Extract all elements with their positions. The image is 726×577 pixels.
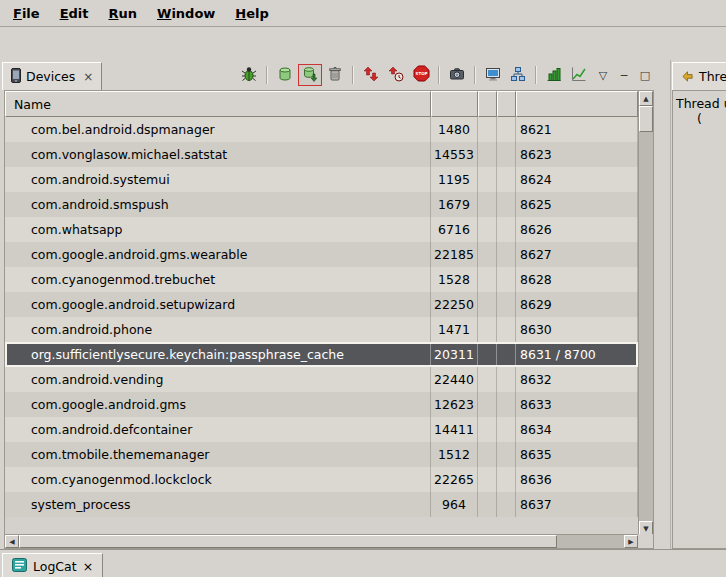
hierarchy-view-button[interactable] [506,64,530,86]
menu-item[interactable]: Help [225,0,278,26]
vertical-scrollbar-thumb[interactable] [639,106,653,132]
panel-sash[interactable] [666,60,671,549]
menu-item[interactable]: Run [99,0,148,26]
device-table-rows: com.bel.android.dspmanager 1480 8621 com… [5,117,638,517]
scrollbar-corner [638,534,653,548]
toolbar-separator [438,66,440,84]
table-row[interactable]: com.cyanogenmod.trebuchet 1528 8628 [5,267,638,292]
menu-item-label: Edit [60,6,89,21]
process-name-cell: com.google.android.gms.wearable [5,242,431,267]
minimize-icon[interactable]: ─ [615,66,633,84]
menu-item-label: Window [157,6,215,21]
monitor-icon [485,66,501,85]
scroll-up-icon[interactable]: ▲ [639,91,653,106]
toolbar-separator [535,66,537,84]
tab-devices[interactable]: Devices × [2,62,102,90]
toolbar-separator [474,66,476,84]
tab-threads[interactable]: Threa [672,62,726,90]
table-row[interactable]: com.google.android.gms 12623 8633 [5,392,638,417]
method-profiling-button[interactable] [384,64,408,86]
blank-cell-1 [478,167,497,192]
scroll-right-icon[interactable]: ▶ [624,535,638,548]
blank-cell-2 [497,292,516,317]
table-row[interactable]: com.android.systemui 1195 8624 [5,167,638,192]
table-row[interactable]: com.cyanogenmod.lockclock 22265 8636 [5,467,638,492]
process-pid-cell: 1512 [431,442,478,467]
line-chart-icon [571,66,587,85]
process-port-cell: 8632 [516,367,638,392]
devices-tab-close-icon[interactable]: × [83,70,93,84]
blank-cell-1 [478,367,497,392]
table-row[interactable]: com.google.android.gms.wearable 22185 86… [5,242,638,267]
debug-process-button[interactable] [237,64,261,86]
update-threads-button[interactable] [359,64,383,86]
process-pid-cell: 1480 [431,117,478,142]
blank-cell-2 [497,442,516,467]
maximize-icon[interactable]: □ [636,66,654,84]
blank-cell-1 [478,467,497,492]
bar-chart-icon [546,66,562,85]
scroll-left-icon[interactable]: ◀ [5,535,19,548]
capture-video-button[interactable] [481,64,505,86]
blank-cell-1 [478,192,497,217]
process-port-cell: 8635 [516,442,638,467]
table-row[interactable]: com.tmobile.thememanager 1512 8635 [5,442,638,467]
table-row[interactable]: com.whatsapp 6716 8626 [5,217,638,242]
blank-cell-2 [497,467,516,492]
process-port-cell: 8623 [516,142,638,167]
column-header-pid[interactable] [431,91,478,117]
screen-capture-button[interactable] [445,64,469,86]
horizontal-scrollbar-thumb[interactable] [19,535,557,548]
process-port-cell: 8625 [516,192,638,217]
blank-cell-1 [478,492,497,517]
devices-toolbar: STOP [237,63,654,87]
table-row[interactable]: com.bel.android.dspmanager 1480 8621 [5,117,638,142]
column-header-blank1[interactable] [478,91,497,117]
table-row[interactable]: org.sufficientlysecure.keychain:passphra… [5,342,638,367]
table-header-row: Name [5,91,638,117]
cause-gc-button[interactable] [323,64,347,86]
devices-tabbar: Devices × [2,60,666,90]
dump-hprof-button[interactable] [298,64,322,86]
table-row[interactable]: com.android.phone 1471 8630 [5,317,638,342]
sysinfo-button[interactable] [542,64,566,86]
view-menu-icon[interactable]: ▽ [594,66,612,84]
blank-cell-2 [497,117,516,142]
table-row[interactable]: com.vonglasow.michael.satstat 14553 8623 [5,142,638,167]
process-pid-cell: 22250 [431,292,478,317]
process-name-cell: com.cyanogenmod.lockclock [5,467,431,492]
column-header-name[interactable]: Name [5,91,431,117]
table-row[interactable]: com.android.defcontainer 14411 8634 [5,417,638,442]
table-row[interactable]: com.android.vending 22440 8632 [5,367,638,392]
table-row[interactable]: system_process 964 8637 [5,492,638,517]
menu-item[interactable]: Edit [50,0,99,26]
process-name-cell: com.vonglasow.michael.satstat [5,142,431,167]
blank-cell-1 [478,342,497,367]
menu-item[interactable]: File [3,0,50,26]
toolbar-separator [266,66,268,84]
process-pid-cell: 22185 [431,242,478,267]
red-arrows-icon [363,66,379,85]
menu-item[interactable]: Window [147,0,225,26]
vertical-scrollbar[interactable]: ▲ ▼ [638,91,653,536]
process-name-cell: com.tmobile.thememanager [5,442,431,467]
blank-cell-1 [478,267,497,292]
process-pid-cell: 14553 [431,142,478,167]
heap-cylinder-icon [277,66,293,85]
process-name-cell: com.android.smspush [5,192,431,217]
tab-logcat[interactable]: LogCat × [2,553,103,577]
network-stats-button[interactable] [567,64,591,86]
process-pid-cell: 22440 [431,367,478,392]
process-name-cell: com.android.systemui [5,167,431,192]
column-header-port[interactable] [516,91,638,117]
update-heap-button[interactable] [273,64,297,86]
process-pid-cell: 12623 [431,392,478,417]
process-name-cell: com.android.vending [5,367,431,392]
table-row[interactable]: com.google.android.setupwizard 22250 862… [5,292,638,317]
horizontal-scrollbar[interactable]: ◀ ▶ [5,534,638,548]
column-header-blank2[interactable] [497,91,516,117]
blank-cell-1 [478,117,497,142]
stop-process-button[interactable]: STOP [409,64,433,86]
table-row[interactable]: com.android.smspush 1679 8625 [5,192,638,217]
logcat-tab-close-icon[interactable]: × [83,559,93,574]
